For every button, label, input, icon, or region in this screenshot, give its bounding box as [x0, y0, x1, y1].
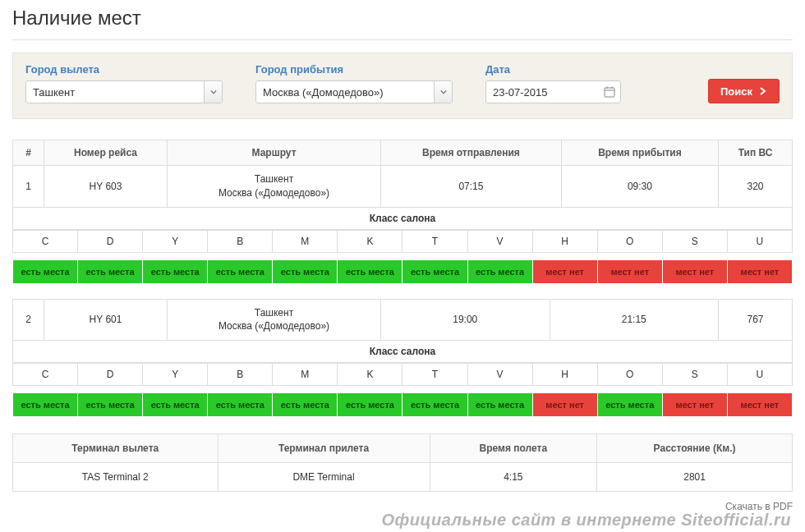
flight-dep-time: 07:15 [381, 166, 562, 208]
distance-header: Расстояние (Км.) [597, 434, 793, 463]
flight-arr-time: 21:15 [550, 299, 719, 341]
arrival-label: Город прибытия [255, 63, 453, 76]
availability-table: есть местаесть местаесть местаесть места… [12, 259, 793, 284]
availability-cell: мест нет [597, 259, 662, 283]
search-button[interactable]: Поиск [708, 79, 780, 103]
flight-row: 2HY 601ТашкентМосква («Домодедово»)19:00… [13, 299, 793, 341]
class-code: B [208, 230, 273, 252]
departure-label: Город вылета [25, 63, 223, 76]
availability-cell: есть места [338, 393, 402, 417]
flight-arr-time: 09:30 [561, 166, 718, 208]
class-code: H [532, 230, 597, 252]
availability-cell: мест нет [727, 259, 792, 283]
availability-cell: есть места [13, 259, 78, 283]
arrow-right-icon [759, 87, 767, 95]
summary-table: Терминал вылета Терминал прилета Время п… [12, 433, 793, 492]
availability-table: есть местаесть местаесть местаесть места… [12, 392, 793, 417]
col-route: Маршрут [168, 140, 381, 166]
availability-cell: есть места [338, 259, 402, 283]
availability-cell: есть места [13, 393, 78, 417]
flight-num: 2 [13, 299, 44, 341]
col-flight: Номер рейса [44, 140, 168, 166]
availability-cell: есть места [143, 393, 208, 417]
arr-terminal-value: DME Terminal [218, 463, 430, 492]
class-code: S [662, 230, 727, 252]
flight-route: ТашкентМосква («Домодедово») [168, 299, 381, 341]
class-header: Класс салона [13, 207, 793, 229]
class-code: U [727, 364, 792, 386]
availability-cell: мест нет [532, 259, 597, 283]
search-panel: Город вылета Ташкент Город прибытия Моск… [12, 53, 793, 119]
flight-num: 1 [13, 166, 44, 208]
col-num: # [13, 140, 44, 166]
availability-cell: есть места [467, 393, 532, 417]
class-code: V [467, 230, 532, 252]
arrival-value: Москва («Домодедово») [256, 86, 434, 99]
page-title: Наличие мест [12, 0, 793, 40]
date-input[interactable]: 23-07-2015 [485, 80, 621, 103]
availability-cell: мест нет [662, 259, 727, 283]
class-code: O [597, 364, 662, 386]
col-arr-time: Время прибытия [561, 140, 718, 166]
watermark-text: Официальные сайт в интернете Siteofficia… [12, 511, 793, 530]
flight-time-header: Время полета [430, 434, 597, 463]
availability-cell: есть места [208, 259, 273, 283]
class-code: D [78, 364, 143, 386]
search-button-label: Поиск [720, 85, 752, 98]
flight-number: HY 603 [44, 166, 168, 208]
class-codes-table: CDYBMKTVHOSU [12, 230, 793, 253]
availability-cell: есть места [78, 259, 143, 283]
class-code: C [13, 230, 78, 252]
distance-value: 2801 [597, 463, 793, 492]
availability-cell: есть места [143, 259, 208, 283]
class-codes-table: CDYBMKTVHOSU [12, 363, 793, 386]
date-value: 23-07-2015 [486, 86, 599, 99]
flight-dep-time: 19:00 [381, 299, 550, 341]
chevron-down-icon[interactable] [434, 81, 452, 103]
availability-cell: мест нет [532, 393, 597, 417]
dep-terminal-value: TAS Terminal 2 [13, 463, 218, 492]
availability-cell: есть места [208, 393, 273, 417]
flight-number: HY 601 [44, 299, 168, 341]
class-code: O [597, 230, 662, 252]
availability-cell: мест нет [727, 393, 792, 417]
svg-rect-0 [605, 88, 614, 97]
arrival-select[interactable]: Москва («Домодедово») [255, 80, 453, 103]
calendar-icon[interactable] [599, 86, 620, 98]
col-dep-time: Время отправления [381, 140, 562, 166]
class-code: T [402, 230, 467, 252]
flight-aircraft: 767 [719, 299, 793, 341]
date-label: Дата [485, 63, 621, 76]
flight-aircraft: 320 [719, 166, 793, 208]
availability-cell: мест нет [662, 393, 727, 417]
flight-route: ТашкентМосква («Домодедово») [168, 166, 381, 208]
summary-row: TAS Terminal 2 DME Terminal 4:15 2801 [13, 463, 793, 492]
class-code: Y [143, 364, 208, 386]
class-code: D [78, 230, 143, 252]
departure-value: Ташкент [26, 86, 204, 99]
class-code: K [338, 230, 402, 252]
class-header: Класс салона [13, 341, 793, 363]
class-code: S [662, 364, 727, 386]
arr-terminal-header: Терминал прилета [218, 434, 430, 463]
chevron-down-icon[interactable] [204, 81, 222, 103]
class-code: Y [143, 230, 208, 252]
class-code: B [208, 364, 273, 386]
departure-select[interactable]: Ташкент [25, 80, 223, 103]
class-code: T [402, 364, 467, 386]
class-code: U [727, 230, 792, 252]
availability-cell: есть места [597, 393, 662, 417]
dep-terminal-header: Терминал вылета [13, 434, 218, 463]
class-code: C [13, 364, 78, 386]
flight-table: #Номер рейсаМаршрутВремя отправленияВрем… [12, 140, 793, 230]
class-code: H [532, 364, 597, 386]
flight-time-value: 4:15 [430, 463, 597, 492]
col-aircraft: Тип ВС [719, 140, 793, 166]
class-code: M [273, 230, 338, 252]
class-code: V [467, 364, 532, 386]
availability-cell: есть места [78, 393, 143, 417]
flight-table: 2HY 601ТашкентМосква («Домодедово»)19:00… [12, 299, 793, 364]
flight-row: 1HY 603ТашкентМосква («Домодедово»)07:15… [13, 166, 793, 208]
availability-cell: есть места [273, 393, 338, 417]
class-code: M [273, 364, 338, 386]
